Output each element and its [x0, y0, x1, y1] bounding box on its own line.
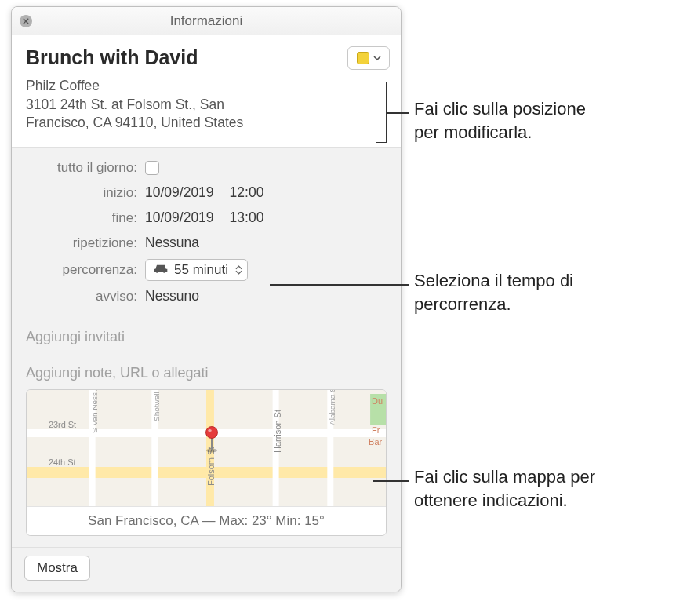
alert-value[interactable]: Nessuno — [145, 288, 199, 304]
notes-section: Aggiungi note, URL o allegati — [12, 355, 401, 547]
travel-time-select[interactable]: 55 minuti — [145, 259, 248, 281]
svg-text:Fr: Fr — [372, 425, 380, 435]
event-title[interactable]: Brunch with David — [26, 46, 387, 69]
add-notes-input[interactable]: Aggiungi note, URL o allegati — [26, 365, 387, 381]
location-address-line2: Francisco, CA 94110, United States — [26, 114, 387, 133]
start-label: inizio: — [26, 185, 145, 201]
repeat-row: ripetizione: Nessuna — [12, 231, 401, 256]
map-canvas: 23rd St 24th St Folsom St Harrison St Sh… — [27, 390, 386, 506]
svg-point-2 — [156, 270, 158, 272]
svg-text:Bar: Bar — [369, 437, 382, 447]
allday-label: tutto il giorno: — [26, 160, 145, 176]
allday-checkbox[interactable] — [145, 161, 159, 175]
end-label: fine: — [26, 210, 145, 226]
callout-travel: Seleziona il tempo di percorrenza. — [414, 269, 573, 315]
alert-label: avviso: — [26, 289, 145, 304]
repeat-label: ripetizione: — [26, 235, 145, 251]
svg-text:S Van Ness Ave: S Van Ness Ave — [90, 390, 99, 433]
callout-line — [373, 480, 409, 482]
svg-text:Harrison St: Harrison St — [273, 410, 282, 453]
car-icon — [153, 262, 169, 278]
end-row: fine: 10/09/2019 13:00 — [12, 206, 401, 231]
svg-text:Shotwell St: Shotwell St — [152, 390, 161, 421]
event-info-panel: Informazioni Brunch with David Philz Cof… — [11, 6, 402, 592]
map-preview[interactable]: 23rd St 24th St Folsom St Harrison St Sh… — [26, 389, 387, 536]
location-address-line1: 3101 24th St. at Folsom St., San — [26, 96, 387, 115]
color-swatch-icon — [357, 52, 369, 64]
callout-location: Fai clic sulla posizione per modificarla… — [414, 97, 586, 144]
svg-point-26 — [208, 429, 212, 432]
window-title: Informazioni — [170, 13, 243, 29]
repeat-value[interactable]: Nessuna — [145, 235, 199, 251]
callout-line — [386, 112, 409, 114]
svg-text:Du: Du — [372, 396, 383, 406]
close-icon — [23, 18, 29, 24]
start-time[interactable]: 12:00 — [230, 184, 264, 201]
map-pin-icon — [203, 426, 220, 455]
end-date[interactable]: 10/09/2019 — [145, 210, 214, 226]
close-button[interactable] — [20, 15, 32, 27]
svg-point-25 — [206, 426, 218, 438]
svg-text:24th St: 24th St — [49, 457, 76, 467]
bottom-bar: Mostra — [12, 547, 401, 592]
titlebar: Informazioni — [12, 7, 401, 35]
chevron-down-icon — [373, 56, 381, 61]
event-header: Brunch with David Philz Coffee 3101 24th… — [12, 35, 401, 148]
svg-text:23rd St: 23rd St — [49, 420, 76, 429]
travel-value: 55 minuti — [174, 262, 228, 278]
travel-label: percorrenza: — [26, 262, 145, 278]
allday-row: tutto il giorno: — [12, 155, 401, 180]
stepper-icon — [235, 265, 242, 275]
svg-point-3 — [163, 270, 165, 272]
calendar-color-picker[interactable] — [347, 46, 390, 70]
end-time[interactable]: 13:00 — [230, 210, 264, 226]
alert-row: avviso: Nessuno — [12, 284, 401, 309]
map-weather-footer: San Francisco, CA — Max: 23° Min: 15° — [27, 506, 386, 535]
location-name: Philz Coffee — [26, 77, 387, 96]
start-date[interactable]: 10/09/2019 — [145, 184, 214, 201]
event-details: tutto il giorno: inizio: 10/09/2019 12:0… — [12, 148, 401, 319]
svg-text:Alabama St: Alabama St — [328, 390, 336, 425]
start-row: inizio: 10/09/2019 12:00 — [12, 180, 401, 206]
event-location[interactable]: Philz Coffee 3101 24th St. at Folsom St.… — [26, 77, 387, 133]
travel-row: percorrenza: 55 minuti — [12, 256, 401, 284]
add-invitees-input[interactable]: Aggiungi invitati — [12, 319, 401, 355]
show-button[interactable]: Mostra — [24, 556, 90, 581]
callout-map: Fai clic sulla mappa per ottenere indica… — [414, 465, 595, 512]
callout-line — [270, 284, 409, 286]
